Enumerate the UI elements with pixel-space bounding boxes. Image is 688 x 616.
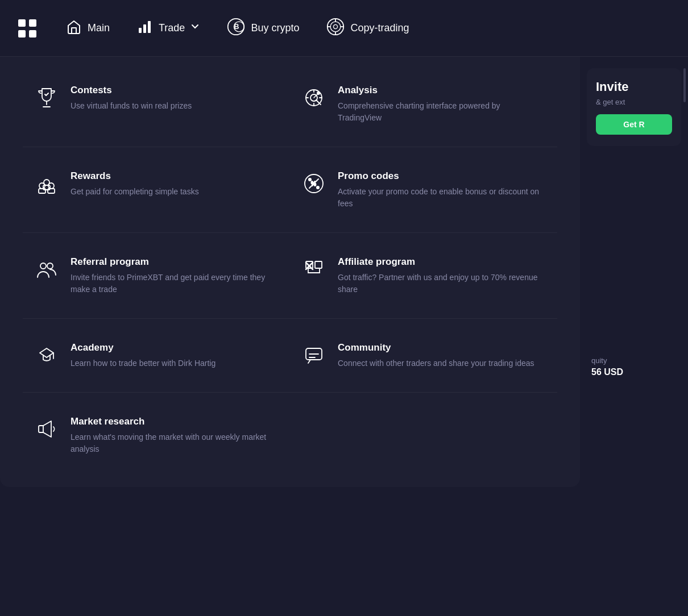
equity-label: quity [591,356,677,365]
trophy-icon [34,85,59,110]
contests-desc: Use virtual funds to win real prizes [71,100,192,112]
referral-icon [34,257,59,282]
community-title: Community [338,342,534,354]
nav-main-label: Main [88,22,110,34]
svg-rect-3 [29,30,36,38]
copy-trading-icon [326,18,345,39]
svg-point-33 [47,263,53,269]
nav-item-main[interactable]: Main [55,13,121,43]
market-research-title: Market research [71,415,279,428]
chevron-down-icon [190,22,200,34]
svg-rect-34 [306,261,313,268]
invite-title: Invite [596,80,672,94]
divider-2 [23,232,557,233]
academy-desc: Learn how to trade better with Dirk Hart… [71,357,215,369]
svg-rect-35 [315,261,322,268]
nav-item-copy-trading[interactable]: Copy-trading [315,12,420,44]
equity-value: 56 USD [591,367,677,377]
referral-title: Referral program [71,256,279,268]
nav-item-trade[interactable]: Trade [126,13,211,43]
svg-point-12 [334,24,338,28]
svg-rect-5 [143,24,146,33]
nav-buy-crypto-label: Buy crypto [251,22,299,34]
academy-title: Academy [71,342,215,354]
analysis-icon [301,85,326,110]
svg-point-30 [316,186,320,189]
analysis-text: Analysis Comprehensive charting interfac… [338,84,546,124]
menu-item-academy[interactable]: Academy Learn how to trade better with D… [23,332,290,378]
academy-text: Academy Learn how to trade better with D… [71,342,215,369]
contests-text: Contests Use virtual funds to win real p… [71,84,192,112]
nav-trade-label: Trade [159,22,185,34]
promo-icon: % [301,171,326,196]
menu-item-rewards[interactable]: Rewards Get paid for completing simple t… [23,161,290,219]
menu-item-analysis[interactable]: Analysis Comprehensive charting interfac… [290,75,557,133]
buy-crypto-icon: B [227,18,245,39]
rewards-desc: Get paid for completing simple tasks [71,186,199,198]
promo-title: Promo codes [338,170,546,182]
academy-icon [34,343,59,368]
nav-item-buy-crypto[interactable]: B Buy crypto [215,12,310,44]
right-sidebar: Invite & get ext Get R quity 56 USD [580,57,688,616]
menu-item-referral[interactable]: Referral program Invite friends to Prime… [23,247,290,305]
dropdown-panel: Contests Use virtual funds to win real p… [0,57,580,487]
menu-item-affiliate[interactable]: Affiliate program Got traffic? Partner w… [290,247,557,305]
divider-4 [23,392,557,393]
app-logo[interactable] [14,15,41,42]
svg-point-32 [40,263,46,269]
referral-desc: Invite friends to PrimeXBT and get paid … [71,272,279,295]
promo-desc: Activate your promo code to enable bonus… [338,186,546,210]
navbar: Main Trade B Buy crypto [0,0,688,57]
invite-card: Invite & get ext Get R [587,68,681,146]
community-desc: Connect with other traders and share you… [338,357,534,369]
scrollbar-thumb[interactable] [683,68,686,102]
market-research-desc: Learn what's moving the market with our … [71,431,279,455]
svg-text:%: % [311,181,316,187]
affiliate-text: Affiliate program Got traffic? Partner w… [338,256,546,295]
divider-1 [23,147,557,147]
community-icon [301,343,326,368]
rewards-title: Rewards [71,170,199,182]
equity-section: quity 56 USD [580,345,688,389]
affiliate-title: Affiliate program [338,256,546,268]
dropdown-grid: Contests Use virtual funds to win real p… [23,75,557,464]
menu-item-community[interactable]: Community Connect with other traders and… [290,332,557,378]
chart-icon [137,19,153,38]
referral-text: Referral program Invite friends to Prime… [71,256,279,295]
nav-copy-trading-label: Copy-trading [350,22,409,34]
rewards-text: Rewards Get paid for completing simple t… [71,170,199,198]
menu-item-promo-codes[interactable]: % Promo codes Activate your promo code t… [290,161,557,219]
menu-item-contests[interactable]: Contests Use virtual funds to win real p… [23,75,290,133]
svg-rect-1 [29,19,36,27]
home-icon [66,19,82,38]
divider-3 [23,318,557,319]
menu-item-market-research[interactable]: Market research Learn what's moving the … [23,406,290,464]
rewards-icon [34,171,59,196]
community-text: Community Connect with other traders and… [338,342,534,369]
affiliate-desc: Got traffic? Partner with us and enjoy u… [338,272,546,295]
invite-subtitle: & get ext [596,98,672,106]
market-research-text: Market research Learn what's moving the … [71,415,279,455]
svg-rect-0 [18,19,26,27]
megaphone-icon [34,417,59,442]
get-button[interactable]: Get R [596,114,672,135]
affiliate-icon [301,257,326,282]
svg-rect-2 [18,30,26,38]
analysis-title: Analysis [338,84,546,97]
analysis-desc: Comprehensive charting interface powered… [338,100,546,124]
svg-point-23 [48,183,54,189]
empty-cell [290,406,557,464]
svg-rect-4 [139,28,142,33]
svg-point-11 [331,22,341,32]
contests-title: Contests [71,84,192,97]
svg-rect-6 [148,21,151,33]
promo-text: Promo codes Activate your promo code to … [338,170,546,210]
